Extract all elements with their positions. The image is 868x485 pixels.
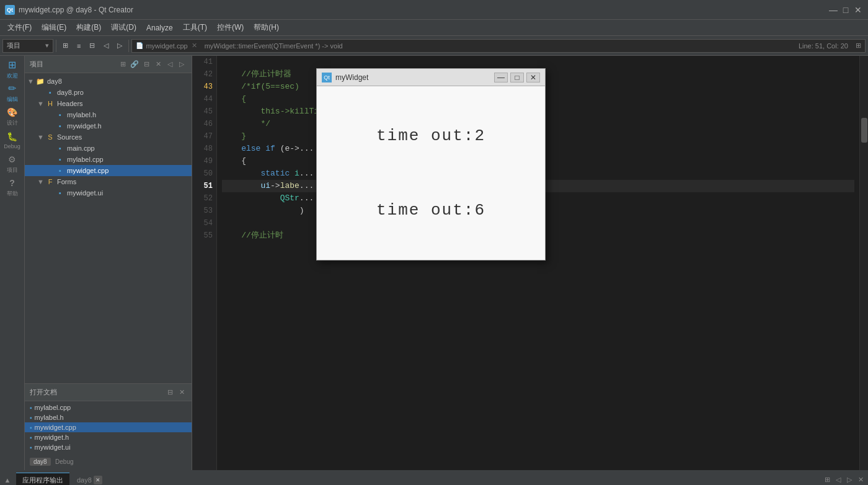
float-minimize-btn[interactable]: — xyxy=(494,73,508,82)
forms-label: Forms xyxy=(57,178,76,185)
panel-nav-left[interactable]: ◁ xyxy=(165,60,175,69)
menu-debug[interactable]: 调试(D) xyxy=(106,20,141,35)
ln-52: 52 xyxy=(196,192,213,205)
open-docs-icon2[interactable]: ✕ xyxy=(177,388,187,398)
root-label: day8 xyxy=(47,78,62,85)
open-doc-mylabelcpp[interactable]: ▪ mylabel.cpp xyxy=(25,403,192,412)
maximize-button[interactable]: □ xyxy=(841,5,851,15)
float-close-btn[interactable]: ✕ xyxy=(526,73,540,82)
tree-forms-folder[interactable]: ▼ F Forms xyxy=(25,176,192,187)
maincpp-label: main.cpp xyxy=(67,145,95,152)
sidebar-help[interactable]: ? 帮助 xyxy=(1,176,24,198)
menu-build[interactable]: 构建(B) xyxy=(71,20,106,35)
help-icon: ? xyxy=(7,177,18,189)
forms-arrow-icon: ▼ xyxy=(37,178,45,185)
project-icon: ⚙ xyxy=(7,154,18,165)
float-title-bar: Qt myWidget — □ ✕ xyxy=(317,69,545,86)
minimize-button[interactable]: — xyxy=(828,5,838,15)
panel-nav-right[interactable]: ▷ xyxy=(177,60,187,69)
right-scrollbar[interactable] xyxy=(859,56,868,470)
tree-sources-folder[interactable]: ▼ S Sources xyxy=(25,131,192,143)
panel-close-btn[interactable]: ✕ xyxy=(153,60,163,69)
project-label-side: 项目 xyxy=(7,166,18,174)
bottom-panel-btn1[interactable]: ⊞ xyxy=(822,475,832,485)
panel-filter-btn[interactable]: ⊞ xyxy=(118,60,128,69)
tree-root-day8[interactable]: ▼ 📁 day8 xyxy=(25,76,192,87)
float-window[interactable]: Qt myWidget — □ ✕ time out:2 time out:6 xyxy=(316,68,546,260)
scrollbar-thumb[interactable] xyxy=(861,118,867,143)
debug-icon: 🐛 xyxy=(7,131,18,142)
doc-label-1: mylabel.cpp xyxy=(35,404,71,411)
help-label: 帮助 xyxy=(7,190,18,198)
float-app-icon: Qt xyxy=(322,73,332,82)
ln-50: 50 xyxy=(196,167,213,180)
toolbar-filter-btn-1[interactable]: ⊞ xyxy=(59,38,72,53)
toolbar-filter-btn-3[interactable]: ⊟ xyxy=(86,38,99,53)
sidebar-design[interactable]: 🎨 设计 xyxy=(1,105,24,128)
ln-49: 49 xyxy=(196,155,213,167)
tree-mywidgetui[interactable]: ▶ ▪ mywidget.ui xyxy=(25,187,192,198)
menu-edit[interactable]: 编辑(E) xyxy=(37,20,71,35)
sidebar-debug[interactable]: 🐛 Debug xyxy=(1,129,24,151)
pro-file-icon: ▪ xyxy=(46,88,55,97)
toolbar: 项目 ▾ ⊞ ≡ ⊟ ◁ ▷ 📄 mywidget.cpp ✕ myWidget… xyxy=(0,36,868,56)
sidebar-welcome[interactable]: ⊞ 欢迎 xyxy=(1,58,24,81)
tree-mylabelcpp[interactable]: ▶ ▪ mylabel.cpp xyxy=(25,154,192,165)
ln-55: 55 xyxy=(196,229,213,242)
menu-controls[interactable]: 控件(W) xyxy=(212,20,249,35)
toolbar-nav-next[interactable]: ▷ xyxy=(113,38,126,53)
open-docs-header: 打开文档 ⊟ ✕ xyxy=(25,384,192,401)
ln-44: 44 xyxy=(196,93,213,105)
bottom-tab-day8[interactable]: day8 ✕ xyxy=(71,473,108,486)
toolbar-filter-btn-2[interactable]: ≡ xyxy=(73,38,84,53)
window-controls[interactable]: — □ ✕ xyxy=(828,5,863,15)
tree-mylabelh[interactable]: ▶ ▪ mylabel.h xyxy=(25,109,192,120)
float-text-2: time out:6 xyxy=(376,201,485,220)
app-icon: Qt xyxy=(5,5,15,15)
menu-tools[interactable]: 工具(T) xyxy=(178,20,212,35)
menu-file[interactable]: 文件(F) xyxy=(2,20,37,35)
tree-maincpp[interactable]: ▶ ▪ main.cpp xyxy=(25,143,192,154)
bottom-tab-appoutput[interactable]: 应用程序输出 xyxy=(16,473,69,486)
menu-bar: 文件(F) 编辑(E) 构建(B) 调试(D) Analyze 工具(T) 控件… xyxy=(0,20,868,36)
bottom-panel-btn3[interactable]: ▷ xyxy=(844,475,854,485)
bottom-up-btn[interactable]: ▲ xyxy=(2,475,12,485)
tree-mywidgeth[interactable]: ▶ ▪ mywidget.h xyxy=(25,120,192,131)
design-icon: 🎨 xyxy=(7,107,18,118)
open-docs-icon1[interactable]: ⊟ xyxy=(165,388,175,398)
doc-icon-3: ▪ xyxy=(30,424,32,431)
menu-help[interactable]: 帮助(H) xyxy=(249,20,284,35)
close-button[interactable]: ✕ xyxy=(853,5,863,15)
open-doc-mywidgeth[interactable]: ▪ mywidget.h xyxy=(25,432,192,442)
mywidgetcpp-label: mywidget.cpp xyxy=(67,167,108,174)
ln-53: 53 xyxy=(196,205,213,217)
tree-mywidgetcpp[interactable]: ▶ ▪ mywidget.cpp xyxy=(25,165,192,176)
debug-label: Debug xyxy=(4,143,20,149)
sidebar-edit[interactable]: ✏ 编辑 xyxy=(1,82,24,104)
project-selector[interactable]: 项目 ▾ xyxy=(2,39,53,53)
file-tab-close[interactable]: ✕ xyxy=(192,42,197,50)
open-doc-mywidgetui[interactable]: ▪ mywidget.ui xyxy=(25,442,192,452)
toolbar-nav-prev[interactable]: ◁ xyxy=(100,38,112,53)
tree-headers-folder[interactable]: ▼ H Headers xyxy=(25,98,192,109)
open-doc-mywidgetcpp[interactable]: ▪ mywidget.cpp xyxy=(25,422,192,432)
panel-link-btn[interactable]: 🔗 xyxy=(130,60,140,69)
tree-day8pro[interactable]: ▶ ▪ day8.pro xyxy=(25,87,192,98)
file-name-toolbar: mywidget.cpp xyxy=(146,42,187,50)
panel-expand-btn[interactable]: ⊟ xyxy=(141,60,151,69)
ln-54: 54 xyxy=(196,217,213,229)
bottom-panel-btn2[interactable]: ◁ xyxy=(833,475,843,485)
headers-arrow-icon: ▼ xyxy=(37,100,45,107)
file-tree-header: 项目 ⊞ 🔗 ⊟ ✕ ◁ ▷ xyxy=(25,56,192,73)
sidebar-project[interactable]: ⚙ 项目 xyxy=(1,153,24,175)
maincpp-icon: ▪ xyxy=(56,144,64,153)
menu-analyze[interactable]: Analyze xyxy=(141,20,178,35)
open-doc-mylabelh[interactable]: ▪ mylabel.h xyxy=(25,412,192,422)
bottom-panel: ▲ 应用程序输出 day8 ✕ ⊞ ◁ ▷ ✕ # 10:19:21: E:/Q… xyxy=(0,470,868,485)
float-maximize-btn[interactable]: □ xyxy=(510,73,524,82)
file-tab-toolbar[interactable]: 📄 mywidget.cpp ✕ myWidget::timerEvent(QT… xyxy=(131,39,866,53)
float-win-buttons[interactable]: — □ ✕ xyxy=(494,73,540,82)
float-content: time out:2 time out:6 xyxy=(317,86,545,260)
bottom-panel-close[interactable]: ✕ xyxy=(856,475,866,485)
doc-icon-4: ▪ xyxy=(30,434,32,441)
